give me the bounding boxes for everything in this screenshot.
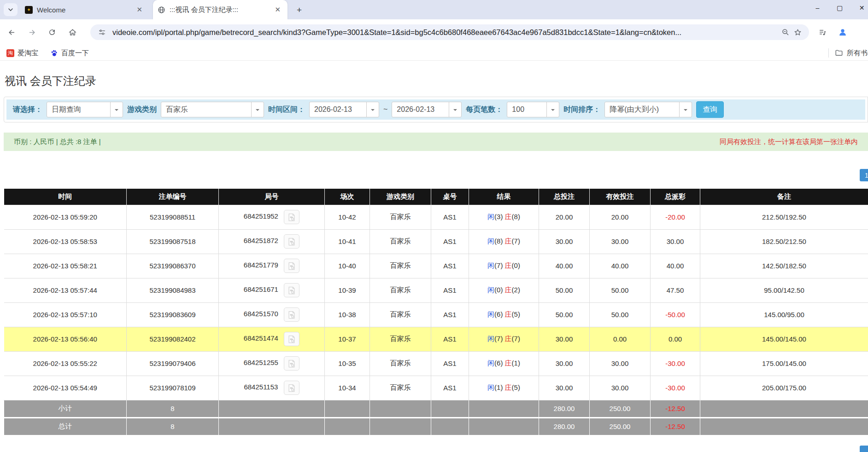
round-id-text: 684251570 [244, 310, 278, 318]
cell-payout: 47.50 [651, 278, 700, 302]
tab-close-icon[interactable]: ✕ [134, 5, 145, 15]
pagination-button-top[interactable]: 1 [860, 169, 868, 181]
video-replay-button[interactable] [284, 307, 299, 322]
round-id-text: 684251474 [244, 334, 278, 342]
cell-time: 2026-02-13 05:56:40 [4, 327, 127, 351]
address-bar[interactable]: videoie.com/ipl/portal.php/game/betrecor… [90, 24, 809, 40]
cell-game-type: 百家乐 [370, 351, 431, 376]
page-size-select[interactable]: 100 [507, 102, 559, 117]
cell-total-bet: 30.00 [539, 351, 590, 376]
cell-payout: 30.00 [651, 229, 700, 254]
table-row: 2026-02-13 05:58:53 523199087518 6842518… [4, 229, 868, 254]
new-tab-button[interactable]: + [293, 4, 305, 16]
banker-result-label: 庄 [505, 237, 512, 245]
cell-game-type: 百家乐 [370, 327, 431, 351]
all-bookmarks-button[interactable]: 所有书签 [835, 47, 868, 59]
tab-close-icon[interactable]: ✕ [272, 5, 283, 15]
filter-bar: 请选择： 日期查询 游戏类别 百家乐 时间区间： 2026-02-13 ~ 20… [6, 99, 865, 120]
bookmark-star-icon[interactable] [792, 28, 803, 37]
bookmark-baidu[interactable]: 百度一下 [47, 47, 92, 59]
game-type-select[interactable]: 百家乐 [161, 102, 264, 117]
video-replay-button[interactable] [284, 210, 299, 224]
cell-total-bet: 30.00 [539, 327, 590, 351]
subtotal-total-bet: 280.00 [539, 400, 590, 417]
query-mode-select[interactable]: 日期查询 [47, 102, 123, 117]
video-replay-button[interactable] [284, 259, 299, 273]
round-id-text: 684251153 [244, 383, 278, 391]
window-close-button[interactable]: ✕ [851, 0, 868, 16]
forward-button[interactable] [24, 24, 40, 40]
cell-valid-bet: 30.00 [590, 229, 651, 254]
baidu-paw-icon [50, 49, 58, 57]
cell-session: 10-37 [325, 327, 370, 351]
cell-game-type: 百家乐 [370, 376, 431, 400]
cell-payout: 40.00 [651, 254, 700, 278]
cell-game-type: 百家乐 [370, 205, 431, 229]
tab-strip: ✦ Welcome ✕ :::视讯 会员下注纪录::: ✕ + – ▢ ✕ [0, 0, 868, 19]
search-button[interactable]: 查询 [696, 101, 724, 118]
sort-select[interactable]: 降幂(由大到小) [604, 102, 692, 117]
table-row: 2026-02-13 05:57:44 523199084983 6842516… [4, 278, 868, 302]
window-minimize-button[interactable]: – [807, 0, 828, 16]
tab-bet-record[interactable]: :::视讯 会员下注纪录::: ✕ [153, 0, 287, 19]
cell-round-id: 684251255 [219, 351, 325, 376]
table-row: 2026-02-13 05:57:10 523199083609 6842515… [4, 302, 868, 327]
cell-game-type: 百家乐 [370, 254, 431, 278]
bookmark-taobao[interactable]: 淘 爱淘宝 [4, 47, 41, 59]
date-to-select[interactable]: 2026-02-13 [392, 102, 462, 117]
round-id-text: 684251779 [244, 261, 278, 269]
video-file-icon [287, 237, 296, 246]
subtotal-valid-bet: 250.00 [590, 400, 651, 417]
video-replay-button[interactable] [284, 356, 299, 371]
bet-records-table: 时间 注单编号 局号 场次 游戏类别 桌号 结果 总投注 有效投注 总派彩 备注… [4, 189, 868, 435]
banker-result-label: 庄 [505, 383, 512, 391]
chevron-down-icon [110, 102, 123, 117]
tab-welcome[interactable]: ✦ Welcome ✕ [20, 0, 149, 19]
cell-table-no: AS1 [431, 351, 469, 376]
window-maximize-button[interactable]: ▢ [829, 0, 850, 16]
table-row: 2026-02-13 05:55:22 523199079406 6842512… [4, 351, 868, 376]
reload-button[interactable] [44, 24, 60, 40]
pagination-button-bottom[interactable] [860, 446, 868, 452]
cell-bet-id: 523199088511 [127, 205, 219, 229]
header-round-id: 局号 [219, 189, 325, 205]
table-body: 2026-02-13 05:59:20 523199088511 6842519… [4, 205, 868, 400]
date-from-select[interactable]: 2026-02-13 [309, 102, 379, 117]
cell-bet-id: 523199082402 [127, 327, 219, 351]
video-replay-button[interactable] [284, 234, 299, 249]
profile-avatar[interactable] [835, 24, 850, 40]
back-button[interactable] [4, 24, 19, 40]
video-file-icon [287, 335, 296, 344]
video-replay-button[interactable] [284, 283, 299, 297]
cell-valid-bet: 30.00 [590, 351, 651, 376]
cell-bet-id: 523199084983 [127, 278, 219, 302]
home-button[interactable] [65, 24, 80, 40]
cell-bet-id: 523199083609 [127, 302, 219, 327]
cell-session: 10-34 [325, 376, 370, 400]
tab-search-button[interactable] [4, 3, 18, 16]
cell-session: 10-35 [325, 351, 370, 376]
cell-result: 闲(0) 庄(2) [469, 278, 539, 302]
cell-total-bet: 50.00 [539, 302, 590, 327]
cell-valid-bet: 40.00 [590, 254, 651, 278]
cell-table-no: AS1 [431, 254, 469, 278]
video-replay-button[interactable] [284, 381, 299, 395]
round-id-text: 684251872 [244, 237, 278, 244]
subtotal-label: 小计 [4, 400, 127, 417]
cell-time: 2026-02-13 05:57:44 [4, 278, 127, 302]
site-info-icon[interactable] [96, 29, 108, 36]
cell-valid-bet: 50.00 [590, 278, 651, 302]
table-row: 2026-02-13 05:58:21 523199086370 6842517… [4, 254, 868, 278]
media-controls-icon[interactable] [815, 24, 830, 40]
date-tilde: ~ [383, 105, 387, 114]
table-row: 2026-02-13 05:56:40 523199082402 6842514… [4, 327, 868, 351]
welcome-favicon-icon: ✦ [25, 6, 33, 14]
cell-table-no: AS1 [431, 327, 469, 351]
url-text[interactable]: videoie.com/ipl/portal.php/game/betrecor… [112, 28, 780, 37]
cell-round-id: 684251570 [219, 302, 325, 327]
zoom-icon[interactable] [780, 28, 792, 36]
bookmarks-bar: 淘 爱淘宝 百度一下 所有书签 [0, 45, 868, 61]
cell-payout: -50.00 [651, 302, 700, 327]
video-replay-button[interactable] [284, 332, 299, 346]
table-footer: 小计 8 280.00 250.00 -12.50 总计 8 280.00 25… [4, 400, 868, 435]
